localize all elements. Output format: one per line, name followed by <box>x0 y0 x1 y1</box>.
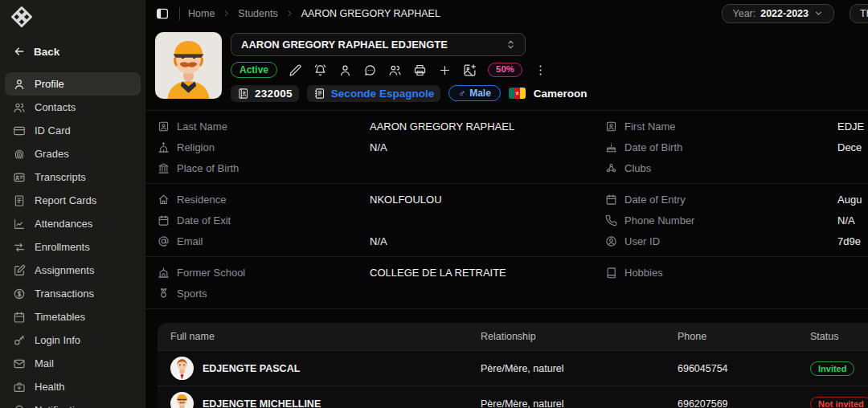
field-row-date-of-birth: Date of BirthDece <box>605 137 868 157</box>
details-column-right: Date of EntryAuguPhone NumberN/AUser ID7… <box>605 189 868 251</box>
year-select-label: Year: <box>732 8 755 19</box>
student-name-select[interactable]: AARON GREGORY RAPHAEL EDJENGTE <box>231 33 526 56</box>
sidebar-item-enrollments[interactable]: Enrollments <box>5 235 141 259</box>
calendar-icon <box>605 194 617 206</box>
student-id-chip: 232005 <box>231 85 299 102</box>
printer-icon <box>413 63 427 77</box>
breadcrumb-item[interactable]: Students <box>238 8 277 19</box>
field-label: Date of Exit <box>158 214 370 226</box>
table-row[interactable]: EDJENGTE PASCALPère/Mère, naturel6960457… <box>158 350 868 386</box>
breadcrumb-item[interactable]: Home <box>188 8 215 19</box>
chevron-down-icon <box>813 8 824 18</box>
fingerprint-icon <box>13 148 26 161</box>
user-button[interactable] <box>338 63 352 77</box>
topbar: HomeStudentsAARON GREGORY RAPHAEL Year: … <box>145 0 868 27</box>
church-icon <box>158 141 170 153</box>
sidebar-item-label: Enrollments <box>35 241 90 253</box>
field-label: Former School <box>158 267 370 279</box>
book-icon <box>605 267 617 279</box>
sidebar-item-label: Grades <box>35 148 69 160</box>
contact-relationship: Père/Mère, naturel <box>481 398 678 408</box>
printer-button[interactable] <box>413 63 427 77</box>
field-label: User ID <box>605 235 837 247</box>
app-logo-icon[interactable] <box>0 3 145 32</box>
field-row-residence: ResidenceNKOLFOULOU <box>158 189 605 210</box>
chat-button[interactable] <box>363 63 377 77</box>
cake-icon <box>605 141 617 153</box>
sidebar-item-label: Attendances <box>35 218 92 230</box>
sidebar-item-label: ID Card <box>35 124 71 137</box>
sidebar-item-report-cards[interactable]: Report Cards <box>5 189 141 212</box>
sidebar-item-assignments[interactable]: Assignments <box>5 259 141 282</box>
breadcrumb-item[interactable]: AARON GREGORY RAPHAEL <box>301 8 440 19</box>
health-icon <box>13 381 26 394</box>
sidebar-item-profile[interactable]: Profile <box>5 72 141 96</box>
contact-name-cell: EDJENGTE PASCAL <box>170 357 481 380</box>
field-value: Augu <box>837 194 862 206</box>
bell-ring-button[interactable] <box>313 63 327 77</box>
sidebar: Back ProfileContactsID CardGradesTranscr… <box>0 0 145 408</box>
sidebar-item-label: Profile <box>35 78 64 90</box>
contact-phone: 696207569 <box>678 398 810 408</box>
sidebar-toggle-button[interactable] <box>154 5 171 22</box>
field-row-place-of-birth: Place of Birth <box>158 157 605 178</box>
id-card-icon <box>13 124 26 137</box>
gender-label: Male <box>469 88 491 99</box>
year-select[interactable]: Year: 2022-2023 <box>722 4 834 23</box>
key-icon <box>13 334 26 347</box>
sidebar-item-notifications[interactable]: Notifications <box>5 398 141 408</box>
users-button[interactable] <box>388 63 402 77</box>
back-button[interactable]: Back <box>0 37 145 66</box>
calendar-icon <box>13 311 26 324</box>
kebab-icon <box>534 63 547 77</box>
table-row[interactable]: EDJENGTE MICHELLINEPère/Mère, naturel696… <box>158 386 868 408</box>
school-icon <box>158 267 170 279</box>
sidebar-item-label: Report Cards <box>35 194 96 206</box>
sidebar-item-label: Login Info <box>35 334 80 346</box>
sidebar-item-contacts[interactable]: Contacts <box>5 96 141 119</box>
chart-icon <box>13 218 26 231</box>
image-plus-icon <box>463 63 477 77</box>
sidebar-item-login-info[interactable]: Login Info <box>5 328 141 352</box>
field-value: AARON GREGORY RAPHAEL <box>370 120 514 133</box>
pencil-button[interactable] <box>289 63 302 77</box>
field-label: Last Name <box>158 120 370 133</box>
field-value: N/A <box>837 214 855 226</box>
report-file-icon <box>13 194 26 207</box>
column-header-status: Status <box>810 331 868 342</box>
sidebar-item-timetables[interactable]: Timetables <box>5 305 141 328</box>
chevron-right-icon <box>285 8 295 18</box>
more-options-button[interactable] <box>534 63 547 77</box>
sidebar-item-health[interactable]: Health <box>5 375 141 398</box>
calendar-icon <box>158 214 170 226</box>
image-plus-button[interactable] <box>463 63 477 77</box>
medal-icon <box>158 288 170 300</box>
transcript-card-icon <box>13 171 26 184</box>
users-icon <box>388 63 402 77</box>
class-chip: Seconde Espagnole <box>307 85 440 102</box>
gender-badge: ♂Male <box>448 85 501 101</box>
field-value: N/A <box>370 235 387 247</box>
theme-button[interactable]: The <box>850 4 868 23</box>
sidebar-item-mail[interactable]: Mail <box>5 352 141 375</box>
details-group: ResidenceNKOLFOULOUDate of ExitEmailN/AD… <box>145 184 868 257</box>
contacts-table-body: EDJENGTE PASCALPère/Mère, naturel6960457… <box>158 350 868 408</box>
student-id-value: 232005 <box>255 88 293 100</box>
contact-avatar <box>170 392 194 408</box>
sidebar-item-attendances[interactable]: Attendances <box>5 212 141 235</box>
sidebar-item-id-card[interactable]: ID Card <box>5 119 141 142</box>
sidebar-item-transcripts[interactable]: Transcripts <box>5 165 141 189</box>
field-label: Date of Birth <box>605 141 837 153</box>
field-row-former-school: Former SchoolCOLLEGE DE LA RETRAITE <box>158 262 605 283</box>
plus-button[interactable] <box>438 63 452 77</box>
app-root: Back ProfileContactsID CardGradesTranscr… <box>0 0 868 408</box>
details-column-left: ResidenceNKOLFOULOUDate of ExitEmailN/A <box>145 189 605 251</box>
sidebar-item-grades[interactable]: Grades <box>5 142 141 165</box>
field-label: Sports <box>158 288 370 300</box>
class-link[interactable]: Seconde Espagnole <box>331 88 434 100</box>
field-row-user-id: User ID7d9e <box>605 231 868 251</box>
sidebar-item-transactions[interactable]: Transactions <box>5 282 141 305</box>
topbar-actions: Year: 2022-2023 <box>722 4 860 23</box>
column-header-phone: Phone <box>678 331 810 342</box>
field-value: 7d9e <box>837 235 861 247</box>
